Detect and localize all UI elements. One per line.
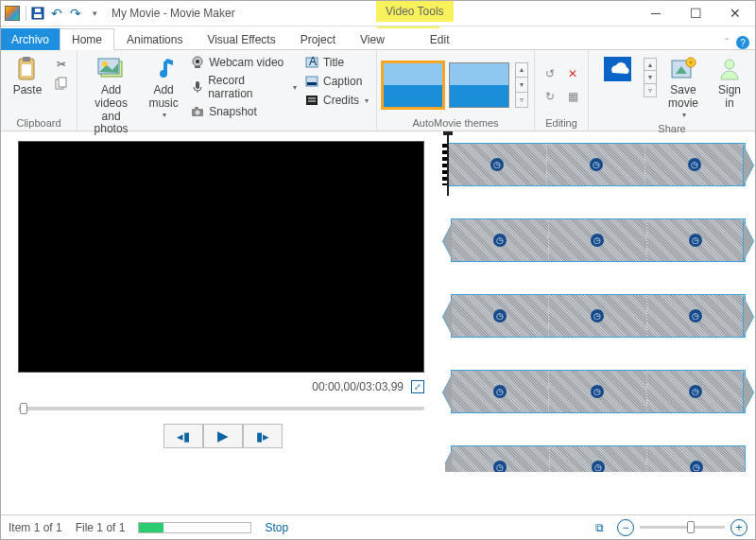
zoom-out-button[interactable]: − bbox=[617, 519, 634, 536]
fullscreen-button[interactable]: ⤢ bbox=[411, 380, 424, 393]
share-gallery-expand[interactable]: ▿ bbox=[644, 84, 657, 97]
qat-customize-button[interactable]: ▾ bbox=[85, 4, 104, 23]
svg-rect-4 bbox=[23, 57, 30, 61]
view-thumbnails-button[interactable]: ⧉ bbox=[595, 521, 604, 534]
svg-rect-14 bbox=[196, 81, 199, 89]
status-item-count: Item 1 of 1 bbox=[9, 521, 62, 534]
preview-pane: 00:00,00/03:03,99 ⤢ ◂▮ ▶ ▮▸ bbox=[1, 131, 436, 514]
sign-in-button[interactable]: Sign in bbox=[710, 54, 749, 113]
seek-slider[interactable] bbox=[18, 407, 424, 410]
timeline-pane[interactable]: ◷ ◷ ◷ ◷ ◷ ◷ ◷ ◷ ◷ bbox=[436, 131, 755, 514]
title-label: Title bbox=[323, 56, 344, 69]
svg-text:A: A bbox=[309, 56, 317, 68]
cut-button[interactable]: ✂ bbox=[52, 56, 71, 73]
onedrive-button[interactable] bbox=[594, 54, 640, 86]
close-button[interactable]: ✕ bbox=[715, 1, 755, 26]
svg-rect-7 bbox=[59, 78, 66, 87]
delete-button[interactable]: ✕ bbox=[563, 64, 582, 83]
theme-scroll-down[interactable]: ▾ bbox=[515, 78, 528, 93]
group-editing: ↺ ✕ ↻ ▦ Editing bbox=[535, 50, 589, 131]
window-title: My Movie - Movie Maker bbox=[112, 7, 235, 20]
mic-icon bbox=[190, 79, 204, 95]
timeline-row[interactable]: ◷ ◷ ◷ bbox=[445, 368, 751, 417]
timeline-row[interactable]: ◷ ◷ ◷ bbox=[445, 141, 751, 190]
clock-icon: ◷ bbox=[490, 158, 504, 171]
ribbon: Paste ✂ Clipboard Add videos and photos … bbox=[1, 50, 755, 131]
playhead[interactable] bbox=[447, 133, 449, 196]
add-music-button[interactable]: Add music▾ bbox=[143, 54, 184, 121]
zoom-in-button[interactable]: + bbox=[730, 519, 747, 536]
timeline-row[interactable]: ◷ ◷ ◷ bbox=[445, 217, 751, 266]
qat-redo-button[interactable]: ↷ bbox=[66, 4, 85, 23]
timeline-row[interactable]: ◷ ◷ ◷ bbox=[445, 444, 751, 472]
add-videos-photos-button[interactable]: Add videos and photos bbox=[83, 54, 139, 138]
rotate-right-button[interactable]: ↻ bbox=[541, 87, 559, 106]
group-clipboard: Paste ✂ Clipboard bbox=[1, 50, 77, 131]
title-button[interactable]: ATitle bbox=[302, 54, 370, 71]
tab-visual-effects[interactable]: Visual Effects bbox=[195, 28, 287, 50]
clock-icon: ◷ bbox=[590, 158, 603, 171]
qat-save-button[interactable] bbox=[28, 4, 47, 23]
clock-icon: ◷ bbox=[591, 385, 604, 398]
webcam-icon bbox=[190, 55, 205, 70]
snapshot-label: Snapshot bbox=[209, 105, 257, 118]
zoom-slider[interactable] bbox=[640, 526, 725, 529]
group-share: ▴ ▾ ▿ Save movie▾ Sign in Share bbox=[589, 50, 755, 131]
prev-frame-button[interactable]: ◂▮ bbox=[163, 424, 203, 448]
copy-button[interactable] bbox=[52, 75, 71, 92]
select-all-button[interactable]: ▦ bbox=[563, 87, 582, 106]
clock-icon: ◷ bbox=[493, 309, 507, 322]
tab-file[interactable]: Archivo bbox=[1, 28, 60, 50]
clock-icon: ◷ bbox=[493, 234, 507, 247]
music-note-icon bbox=[149, 56, 178, 82]
theme-scroll-up[interactable]: ▴ bbox=[515, 62, 528, 78]
clock-icon: ◷ bbox=[689, 234, 702, 247]
caption-button[interactable]: Caption bbox=[302, 73, 370, 90]
clock-icon: ◷ bbox=[689, 309, 702, 322]
automovie-theme-1[interactable] bbox=[383, 62, 443, 108]
tab-home[interactable]: Home bbox=[60, 28, 114, 50]
stop-button[interactable]: Stop bbox=[265, 521, 288, 534]
paste-button[interactable]: Paste bbox=[7, 54, 48, 99]
record-narration-button[interactable]: Record narration▾ bbox=[188, 73, 299, 101]
tab-edit[interactable]: Edit bbox=[418, 28, 462, 50]
webcam-video-button[interactable]: Webcam video bbox=[188, 54, 299, 71]
ribbon-collapse-button[interactable]: ˆ bbox=[725, 37, 729, 48]
tab-project[interactable]: Project bbox=[288, 28, 348, 50]
clock-icon: ◷ bbox=[493, 461, 507, 472]
contextual-tab-label: Video Tools bbox=[376, 1, 454, 22]
credits-button[interactable]: Credits▾ bbox=[302, 92, 370, 109]
clock-icon: ◷ bbox=[688, 158, 701, 171]
paste-label: Paste bbox=[13, 84, 43, 97]
minimize-button[interactable]: ─ bbox=[636, 1, 676, 26]
share-scroll-up[interactable]: ▴ bbox=[644, 58, 657, 71]
svg-point-17 bbox=[196, 111, 200, 115]
next-frame-button[interactable]: ▮▸ bbox=[243, 424, 283, 448]
timeline-row[interactable]: ◷ ◷ ◷ bbox=[445, 292, 751, 341]
add-videos-label: Add videos and photos bbox=[87, 84, 135, 136]
automovie-theme-2[interactable] bbox=[449, 62, 509, 108]
clock-icon: ◷ bbox=[592, 461, 605, 472]
help-button[interactable]: ? bbox=[736, 36, 749, 49]
maximize-button[interactable]: ☐ bbox=[676, 1, 715, 26]
clock-icon: ◷ bbox=[689, 385, 702, 398]
tab-view[interactable]: View bbox=[348, 28, 397, 50]
status-file-count: File 1 of 1 bbox=[76, 521, 126, 534]
svg-rect-18 bbox=[195, 107, 198, 110]
credits-label: Credits bbox=[323, 94, 359, 107]
save-movie-button[interactable]: Save movie▾ bbox=[661, 54, 706, 121]
theme-gallery-expand[interactable]: ▿ bbox=[515, 93, 528, 108]
clock-icon: ◷ bbox=[493, 385, 507, 398]
snapshot-button[interactable]: Snapshot bbox=[188, 103, 299, 120]
time-display: 00:00,00/03:03,99 bbox=[312, 380, 404, 393]
group-label-automovie: AutoMovie themes bbox=[383, 115, 528, 131]
play-button[interactable]: ▶ bbox=[203, 424, 243, 448]
share-scroll-down[interactable]: ▾ bbox=[644, 71, 657, 84]
clock-icon: ◷ bbox=[591, 234, 604, 247]
title-bar: ↶ ↷ ▾ My Movie - Movie Maker Video Tools… bbox=[1, 1, 755, 26]
tab-animations[interactable]: Animations bbox=[114, 28, 195, 50]
video-preview[interactable] bbox=[18, 141, 424, 373]
app-icon bbox=[5, 6, 20, 21]
rotate-left-button[interactable]: ↺ bbox=[541, 64, 559, 83]
qat-undo-button[interactable]: ↶ bbox=[47, 4, 66, 23]
